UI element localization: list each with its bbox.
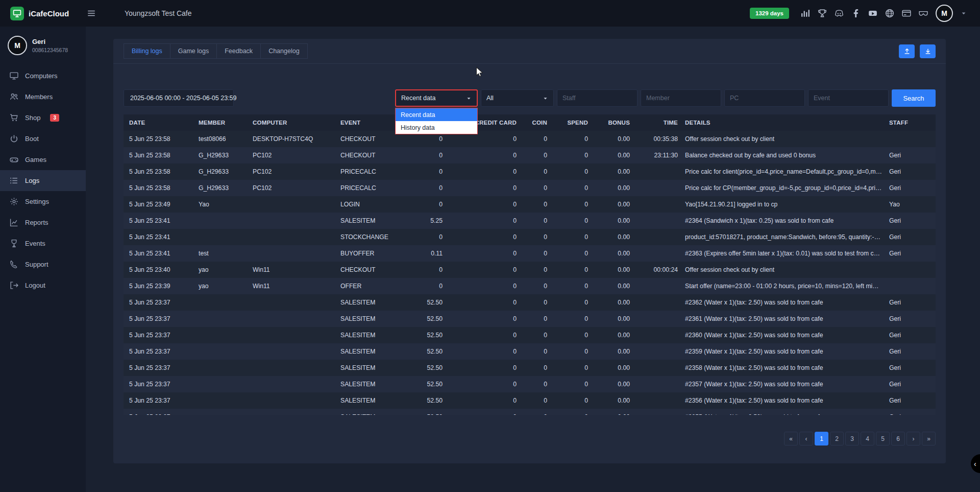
cell-details: #2359 (Water x 1)(tax: 2.50) was sold to… <box>681 348 886 355</box>
discord-icon[interactable] <box>835 9 844 18</box>
cell-staff: Geri <box>886 413 936 415</box>
table-row[interactable]: 5 Jun 25 23:37SALESITEM52.500000.00#2358… <box>124 360 936 376</box>
cell-staff: Geri <box>886 315 936 322</box>
cell-spend: 0 <box>551 413 592 415</box>
download-button[interactable] <box>920 44 936 58</box>
payment-icon[interactable] <box>902 9 911 18</box>
cell-event: SALESITEM <box>337 348 403 355</box>
table-row[interactable]: 5 Jun 25 23:37SALESITEM52.500000.00#2355… <box>124 409 936 415</box>
search-button[interactable]: Search <box>892 89 936 107</box>
sidebar-item-logout[interactable]: Logout <box>0 275 86 296</box>
cell-time: 23:11:30 <box>633 152 681 159</box>
table-body: 5 Jun 25 23:58test08066DESKTOP-H7STC4QCH… <box>124 131 936 415</box>
cell-details: #2355 (Water x 1)(tax: 2.50) was sold to… <box>681 413 886 415</box>
page-button-5[interactable]: 5 <box>876 432 890 446</box>
table-row[interactable]: 5 Jun 25 23:37SALESITEM52.500000.00#2356… <box>124 392 936 409</box>
table-row[interactable]: 5 Jun 25 23:37SALESITEM52.500000.00#2361… <box>124 311 936 327</box>
pc-input[interactable] <box>724 89 805 107</box>
cell-spend: 0 <box>551 348 592 355</box>
data-select[interactable]: Recent data Recent dataHistory data <box>395 89 478 107</box>
page-button-6[interactable]: 6 <box>891 432 905 446</box>
vr-icon[interactable] <box>919 9 928 18</box>
sidebar-item-support[interactable]: Support <box>0 254 86 275</box>
page-button-2[interactable]: 2 <box>830 432 844 446</box>
table-row[interactable]: 5 Jun 25 23:39yaoWin11OFFER00000.00Start… <box>124 278 936 294</box>
sidebar-item-logs[interactable]: Logs <box>0 170 86 191</box>
cell-credit_card: 0 <box>446 233 520 241</box>
trophy-icon[interactable] <box>818 9 827 18</box>
page-button-3[interactable]: 3 <box>845 432 859 446</box>
cell-computer: Win11 <box>249 283 337 290</box>
tab-billing-logs[interactable]: Billing logs <box>124 43 170 59</box>
cell-details: Price calc for client(price_id=4,price_n… <box>681 168 886 175</box>
tab-feedback[interactable]: Feedback <box>216 43 261 59</box>
table-row[interactable]: 5 Jun 25 23:37SALESITEM52.500000.00#2359… <box>124 343 936 360</box>
page-button-›[interactable]: › <box>906 432 920 446</box>
cell-cash: 52.50 <box>403 348 446 355</box>
chevron-down-icon[interactable] <box>961 10 967 16</box>
page-button-»[interactable]: » <box>922 432 936 446</box>
cell-event: SALESITEM <box>337 397 403 404</box>
table-row[interactable]: 5 Jun 25 23:41SALESITEM5.250000.00#2364 … <box>124 213 936 229</box>
cell-bonus: 0.00 <box>592 364 633 371</box>
page-button-1[interactable]: 1 <box>815 432 828 446</box>
cell-details: #2363 (Expires offer 5min later x 1)(tax… <box>681 250 886 257</box>
sidebar-item-games[interactable]: Games <box>0 149 86 170</box>
event-input[interactable] <box>808 89 889 107</box>
sidebar-item-members[interactable]: Members <box>0 86 86 107</box>
dropdown-option-recent-data[interactable]: Recent data <box>396 108 477 121</box>
table-row[interactable]: 5 Jun 25 23:37SALESITEM52.500000.00#2362… <box>124 294 936 311</box>
tab-changelog[interactable]: Changelog <box>260 43 307 59</box>
page-button-‹[interactable]: ‹ <box>799 432 813 446</box>
table-row[interactable]: 5 Jun 25 23:58G_H29633PC102PRICECALC0000… <box>124 180 936 196</box>
table-row[interactable]: 5 Jun 25 23:41testBUYOFFER0.110000.00#23… <box>124 245 936 262</box>
tabs: Billing logsGame logsFeedbackChangelog <box>124 43 307 59</box>
table-row[interactable]: 5 Jun 25 23:41STOCKCHANGE00000.00product… <box>124 229 936 245</box>
sidebar-item-shop[interactable]: Shop3 <box>0 107 86 128</box>
tab-game-logs[interactable]: Game logs <box>170 43 217 59</box>
page-button-4[interactable]: 4 <box>861 432 874 446</box>
cell-coin: 0 <box>520 413 551 415</box>
table-row[interactable]: 5 Jun 25 23:49YaoLOGIN00000.00Yao[154.21… <box>124 196 936 213</box>
member-input[interactable] <box>641 89 721 107</box>
cell-bonus: 0.00 <box>592 201 633 208</box>
youtube-icon[interactable] <box>868 9 877 18</box>
user-avatar[interactable]: M <box>936 5 953 22</box>
sidebar-item-settings[interactable]: Settings <box>0 191 86 212</box>
type-select[interactable]: All <box>481 89 554 107</box>
table-row[interactable]: 5 Jun 25 23:58G_H29633PC102CHECKOUT00000… <box>124 147 936 163</box>
sidebar-item-reports[interactable]: Reports <box>0 212 86 233</box>
upload-button[interactable] <box>899 44 915 58</box>
pagination: «‹123456›» <box>124 432 936 446</box>
cell-bonus: 0.00 <box>592 217 633 224</box>
table-row[interactable]: 5 Jun 25 23:37SALESITEM52.500000.00#2360… <box>124 327 936 343</box>
table-row[interactable]: 5 Jun 25 23:37SALESITEM52.500000.00#2357… <box>124 376 936 392</box>
sidebar-item-events[interactable]: Events <box>0 233 86 254</box>
cell-date: 5 Jun 25 23:41 <box>124 233 195 241</box>
cell-member: yao <box>195 283 249 290</box>
stats-icon[interactable] <box>801 9 810 18</box>
staff-input[interactable] <box>557 89 638 107</box>
cell-bonus: 0.00 <box>592 283 633 290</box>
main-content: Billing logsGame logsFeedbackChangelog 2… <box>86 27 980 492</box>
cell-coin: 0 <box>520 397 551 404</box>
page-button-«[interactable]: « <box>784 432 798 446</box>
settings-icon <box>10 197 18 206</box>
menu-toggle-icon[interactable] <box>87 9 96 18</box>
globe-icon[interactable] <box>885 9 894 18</box>
cell-event: SALESITEM <box>337 299 403 306</box>
cell-credit_card: 0 <box>446 413 520 415</box>
cell-details: Offer session check out by client <box>681 135 886 143</box>
table-row[interactable]: 5 Jun 25 23:58G_H29633PC102PRICECALC0000… <box>124 163 936 180</box>
table-row[interactable]: 5 Jun 25 23:58test08066DESKTOP-H7STC4QCH… <box>124 131 936 147</box>
cell-credit_card: 0 <box>446 315 520 322</box>
user-name: Geri <box>32 38 68 45</box>
date-range-input[interactable]: 2025-06-05 00:00 - 2025-06-05 23:59 <box>124 89 234 107</box>
table-row[interactable]: 5 Jun 25 23:40yaoWin11CHECKOUT00000.0000… <box>124 262 936 278</box>
sidebar-item-boot[interactable]: Boot <box>0 128 86 149</box>
sidebar-item-computers[interactable]: Computers <box>0 65 86 86</box>
facebook-icon[interactable] <box>851 9 861 18</box>
dropdown-option-history-data[interactable]: History data <box>396 121 477 134</box>
sidebar-user[interactable]: M Geri 008612345678 <box>0 27 86 65</box>
col-staff: STAFF <box>886 120 936 126</box>
